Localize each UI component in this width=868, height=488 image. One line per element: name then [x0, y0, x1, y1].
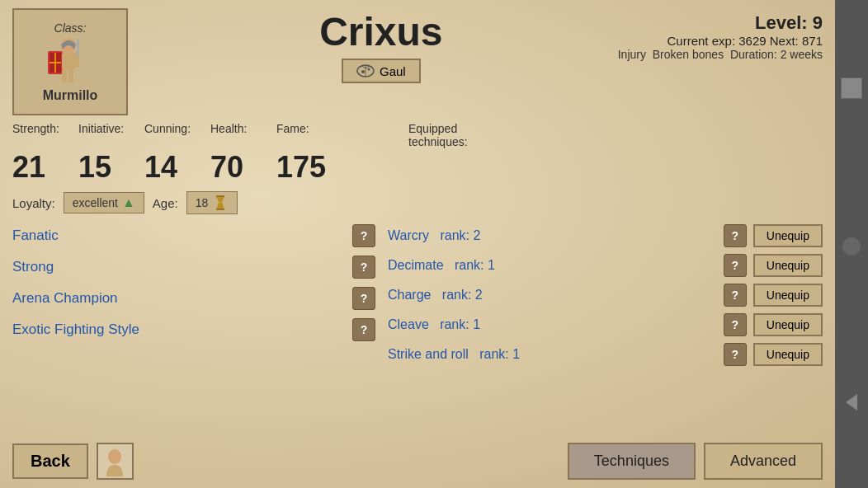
scroll-up-btn [841, 77, 862, 99]
right-scrollbar [835, 0, 868, 488]
equipped-label: Equipped techniques: [408, 122, 474, 148]
origin-label: Gaul [380, 64, 406, 78]
main-content: Class: Murmillo [0, 0, 835, 488]
scroll-circle [842, 237, 861, 256]
trait-item-2: Arena Champion ? [12, 287, 375, 310]
trait-help-btn-2[interactable]: ? [352, 287, 375, 310]
technique-unequip-btn-1[interactable]: Unequip [753, 254, 823, 277]
age-label: Age: [153, 196, 178, 210]
back-button[interactable]: Back [12, 443, 88, 479]
origin-icon [356, 63, 375, 78]
trait-name-3[interactable]: Exotic Fighting Style [12, 321, 139, 338]
svg-point-16 [219, 202, 222, 204]
initiative-label: Initiative: [78, 122, 144, 148]
trait-name-1[interactable]: Strong [12, 259, 54, 275]
technique-help-btn-0[interactable]: ? [724, 224, 747, 247]
class-label: Class: [54, 21, 87, 35]
right-info: Level: 9 Current exp: 3629 Next: 871 Inj… [618, 8, 823, 61]
avatar-icon [100, 447, 130, 476]
player-avatar-thumb [97, 443, 134, 480]
technique-item-2: Charge rank: 2 ? Unequip [388, 284, 823, 307]
health-label: Health: [210, 122, 276, 148]
loyalty-label: Loyalty: [12, 196, 55, 210]
stats-values-row: 21 15 14 70 175 [12, 150, 823, 185]
technique-name-1[interactable]: Decimate rank: 1 [388, 258, 717, 273]
injury-display: Injury Broken bones Duration: 2 weeks [618, 48, 823, 61]
trait-item-0: Fanatic ? [12, 224, 375, 247]
cunning-value: 14 [144, 150, 210, 185]
svg-point-11 [361, 70, 365, 73]
scroll-triangle [846, 394, 857, 411]
health-value: 70 [210, 150, 276, 185]
technique-help-btn-2[interactable]: ? [724, 284, 747, 307]
loyalty-badge: excellent ▲ [64, 192, 144, 214]
technique-name-2[interactable]: Charge rank: 2 [388, 288, 717, 303]
character-name: Crixus [319, 12, 442, 52]
loyalty-value: excellent [73, 196, 118, 209]
technique-unequip-btn-3[interactable]: Unequip [753, 313, 823, 336]
technique-help-btn-4[interactable]: ? [724, 343, 747, 366]
trait-help-btn-3[interactable]: ? [352, 318, 375, 341]
cunning-label: Cunning: [144, 122, 210, 148]
svg-point-17 [108, 449, 121, 464]
stats-labels-row: Strength: Initiative: Cunning: Health: F… [12, 122, 823, 148]
technique-item-4: Strike and roll rank: 1 ? Unequip [388, 343, 823, 366]
header: Class: Murmillo [12, 8, 823, 115]
age-value: 18 [196, 196, 209, 209]
technique-item-1: Decimate rank: 1 ? Unequip [388, 254, 823, 277]
trait-item-1: Strong ? [12, 256, 375, 279]
center-info: Crixus Gaul [144, 8, 618, 83]
technique-name-3[interactable]: Cleave rank: 1 [388, 317, 717, 332]
content-row: Fanatic ? Strong ? Arena Champion ? Exot… [12, 224, 823, 373]
technique-item-0: Warcry rank: 2 ? Unequip [388, 224, 823, 247]
svg-point-12 [368, 68, 370, 71]
trait-help-btn-1[interactable]: ? [352, 256, 375, 279]
hourglass-icon [212, 195, 229, 211]
character-portrait: Class: Murmillo [12, 8, 128, 115]
technique-item-3: Cleave rank: 1 ? Unequip [388, 313, 823, 336]
traits-column: Fanatic ? Strong ? Arena Champion ? Exot… [12, 224, 375, 373]
bottom-bar: Back Techniques Advanced [0, 443, 835, 480]
age-badge: 18 [186, 191, 238, 214]
fame-value: 175 [276, 150, 342, 185]
svg-rect-7 [68, 69, 73, 82]
technique-unequip-btn-0[interactable]: Unequip [753, 224, 823, 247]
technique-name-0[interactable]: Warcry rank: 2 [388, 228, 717, 243]
trait-name-0[interactable]: Fanatic [12, 228, 59, 244]
technique-unequip-btn-2[interactable]: Unequip [753, 284, 823, 307]
origin-button[interactable]: Gaul [342, 59, 421, 83]
exp-display: Current exp: 3629 Next: 871 [618, 34, 823, 48]
strength-label: Strength: [12, 122, 78, 148]
techniques-column: Warcry rank: 2 ? Unequip Decimate rank: … [388, 224, 823, 373]
gladiator-sprite [44, 35, 97, 88]
svg-rect-9 [77, 39, 79, 55]
level-display: Level: 9 [618, 12, 823, 34]
trait-name-2[interactable]: Arena Champion [12, 290, 118, 307]
initiative-value: 15 [78, 150, 144, 185]
loyalty-up-arrow: ▲ [122, 195, 135, 210]
technique-help-btn-1[interactable]: ? [724, 254, 747, 277]
svg-rect-6 [62, 69, 67, 82]
technique-help-btn-3[interactable]: ? [724, 313, 747, 336]
advanced-tab-button[interactable]: Advanced [704, 443, 823, 480]
techniques-tab-button[interactable]: Techniques [568, 443, 696, 480]
technique-name-4[interactable]: Strike and roll rank: 1 [388, 347, 717, 362]
strength-value: 21 [12, 150, 78, 185]
fame-label: Fame: [276, 122, 342, 148]
trait-item-3: Exotic Fighting Style ? [12, 318, 375, 341]
class-name: Murmillo [43, 88, 98, 103]
technique-unequip-btn-4[interactable]: Unequip [753, 343, 823, 366]
trait-help-btn-0[interactable]: ? [352, 224, 375, 247]
svg-rect-4 [62, 53, 75, 69]
loyalty-row: Loyalty: excellent ▲ Age: 18 [12, 191, 823, 214]
